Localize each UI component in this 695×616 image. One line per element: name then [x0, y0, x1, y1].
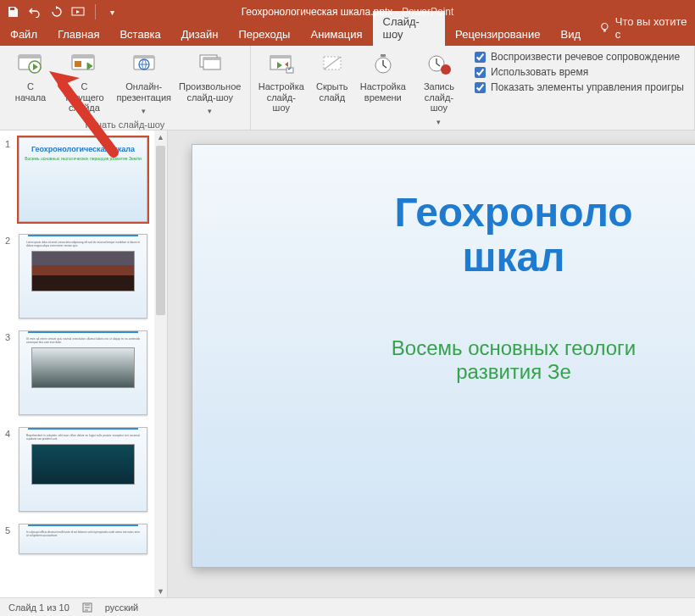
status-bar: Слайд 1 из 10 русский — [0, 597, 695, 616]
slide-title: Геохроноло шкал — [226, 191, 695, 280]
thumb-number: 5 — [5, 524, 14, 536]
present-online-button[interactable]: Онлайн- презентация ▾ — [114, 49, 174, 118]
svg-rect-7 — [72, 55, 94, 58]
tab-design[interactable]: Дизайн — [171, 24, 229, 46]
scroll-down-icon[interactable]: ▼ — [154, 585, 167, 597]
svg-rect-4 — [19, 55, 41, 58]
undo-icon[interactable] — [27, 4, 42, 19]
title-filename: Геохронологическая шкала.pptx — [242, 6, 393, 18]
from-beginning-button[interactable]: С начала — [7, 49, 54, 118]
accessibility-icon[interactable] — [81, 602, 93, 613]
rehearse-timings-icon — [370, 51, 397, 78]
tab-review[interactable]: Рецензирование — [445, 24, 550, 46]
thumb-frame: Reprehenderit in voluptate velit esse ci… — [19, 427, 147, 512]
group-setup: Настройка слайд-шоу Скрыть слайд Настрой… — [251, 46, 695, 130]
chk-controls-box[interactable] — [475, 82, 486, 93]
tell-me-label: Что вы хотите с — [615, 15, 688, 41]
thumb-number: 3 — [5, 330, 14, 342]
hide-slide-icon — [319, 51, 346, 78]
save-icon[interactable] — [5, 4, 20, 19]
current-slide: Геохроноло шкал Восемь основных геологи … — [192, 144, 695, 568]
workspace: 1 Геохронологическая шкала Восемь основн… — [0, 130, 695, 597]
status-language[interactable]: русский — [105, 602, 138, 613]
slide-canvas[interactable]: Геохроноло шкал Восемь основных геологи … — [168, 130, 695, 597]
slideshow-options: Воспроизвести речевое сопровождение Испо… — [471, 49, 687, 128]
thumb-frame: Ut enim ad minim veniam quis nostrud exe… — [19, 330, 147, 415]
status-slide-number[interactable]: Слайд 1 из 10 — [8, 602, 70, 613]
tab-file[interactable]: Файл — [0, 24, 47, 46]
ribbon-tabs: Файл Главная Вставка Дизайн Переходы Ани… — [0, 24, 695, 46]
from-current-button[interactable]: С текущего слайда — [58, 49, 111, 118]
tab-view[interactable]: Вид — [551, 24, 592, 46]
scrollbar-thumb[interactable] — [156, 146, 165, 315]
record-slideshow-icon — [425, 51, 453, 78]
from-current-icon — [70, 51, 97, 78]
tab-transitions[interactable]: Переходы — [228, 24, 300, 46]
start-from-beginning-icon[interactable] — [71, 4, 86, 19]
tab-animation[interactable]: Анимация — [300, 24, 372, 46]
setup-slideshow-button[interactable]: Настройка слайд-шоу — [258, 49, 305, 128]
svg-rect-14 — [203, 58, 220, 60]
record-slideshow-button[interactable]: Запись слайд- шоу ▾ — [410, 49, 468, 128]
group-start-slideshow: С начала С текущего слайда Онлайн- презе… — [0, 46, 251, 130]
thumbnail-2[interactable]: 2 Lorem ipsum dolor sit amet consectetur… — [0, 227, 168, 324]
present-online-icon — [131, 51, 158, 78]
thumb-number: 2 — [5, 234, 14, 246]
svg-point-1 — [602, 24, 608, 30]
svg-rect-2 — [603, 30, 606, 32]
chk-timings[interactable]: Использовать время — [475, 66, 684, 78]
chk-timings-box[interactable] — [475, 67, 486, 78]
thumbnail-3[interactable]: 3 Ut enim ad minim veniam quis nostrud e… — [0, 324, 168, 420]
svg-rect-10 — [134, 56, 154, 58]
window-title: Геохронологическая шкала.pptx - PowerPoi… — [242, 6, 454, 18]
chk-narration[interactable]: Воспроизвести речевое сопровождение — [475, 51, 684, 63]
hide-slide-button[interactable]: Скрыть слайд — [309, 49, 356, 128]
svg-rect-8 — [75, 61, 81, 67]
qat-separator — [95, 4, 96, 19]
tell-me[interactable]: Что вы хотите с — [591, 15, 695, 46]
thumbnail-4[interactable]: 4 Reprehenderit in voluptate velit esse … — [0, 420, 168, 517]
custom-slideshow-button[interactable]: Произвольное слайд-шоу ▾ — [177, 49, 243, 118]
thumb-number: 4 — [5, 427, 14, 439]
chevron-down-icon: ▾ — [436, 118, 441, 126]
thumbnails-scrollbar[interactable]: ▲ ▼ — [154, 130, 167, 597]
customize-qat-icon[interactable]: ▾ — [104, 4, 120, 19]
chevron-down-icon: ▾ — [142, 107, 146, 115]
custom-slideshow-icon — [197, 51, 224, 78]
title-appname: PowerPoint — [402, 6, 453, 18]
quick-access-toolbar: ▾ — [0, 4, 125, 19]
svg-rect-16 — [270, 56, 291, 58]
slide-thumbnails-pane: 1 Геохронологическая шкала Восемь основн… — [0, 130, 168, 597]
tab-insert[interactable]: Вставка — [109, 24, 170, 46]
ribbon: С начала С текущего слайда Онлайн- презе… — [0, 46, 695, 130]
svg-point-23 — [441, 64, 451, 75]
setup-slideshow-icon — [268, 51, 295, 78]
thumb-frame: Геохронологическая шкала Восемь основных… — [19, 137, 147, 222]
thumbnail-5[interactable]: 5 In culpa qui officia deserunt mollit a… — [0, 517, 168, 559]
tab-home[interactable]: Главная — [47, 24, 109, 46]
thumb-frame: Lorem ipsum dolor sit amet consectetur a… — [19, 234, 147, 319]
thumb-number: 1 — [5, 137, 14, 149]
thumb-frame: In culpa qui officia deserunt mollit ani… — [19, 524, 147, 554]
thumbnail-1[interactable]: 1 Геохронологическая шкала Восемь основн… — [0, 130, 168, 227]
rehearse-timings-button[interactable]: Настройка времени — [359, 49, 407, 128]
from-beginning-icon — [17, 51, 44, 78]
slide-subtitle: Восемь основных геологи развития Зе — [226, 336, 695, 384]
chevron-down-icon: ▾ — [208, 107, 212, 115]
chk-controls[interactable]: Показать элементы управления проигры — [475, 81, 684, 93]
svg-rect-21 — [381, 54, 386, 57]
redo-icon[interactable] — [49, 4, 64, 19]
chk-narration-box[interactable] — [475, 52, 486, 63]
scroll-up-icon[interactable]: ▲ — [154, 130, 167, 143]
